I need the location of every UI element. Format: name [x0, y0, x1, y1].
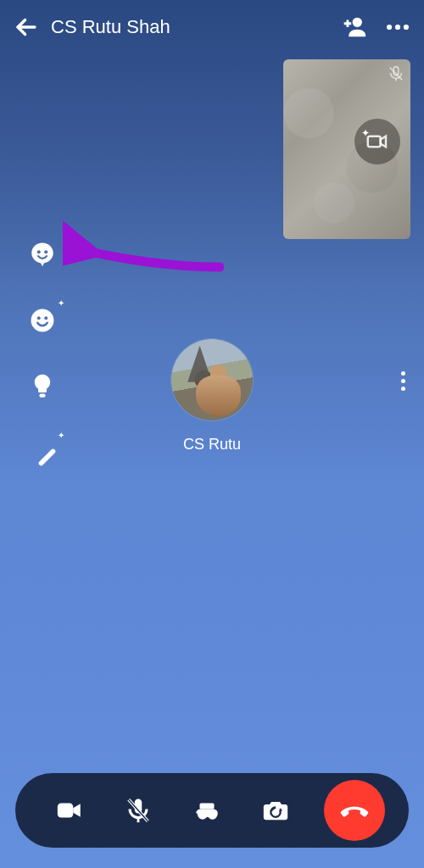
- svg-point-8: [44, 250, 47, 253]
- self-video-pip[interactable]: ✦: [283, 59, 410, 239]
- more-menu-button[interactable]: [383, 13, 412, 42]
- svg-point-11: [44, 316, 47, 320]
- mic-off-icon: [124, 796, 153, 825]
- more-horizontal-icon: [383, 13, 412, 42]
- svg-point-10: [37, 316, 41, 320]
- video-icon: [55, 796, 84, 825]
- sparkle-icon: ✦: [361, 127, 370, 139]
- annotation-arrow: [63, 220, 224, 280]
- pip-camera-effects-button[interactable]: ✦: [354, 119, 400, 164]
- reaction-button[interactable]: ✦: [25, 303, 59, 337]
- gamepad-icon: [192, 796, 221, 825]
- add-person-icon: [339, 13, 368, 42]
- games-button[interactable]: [187, 790, 227, 831]
- svg-rect-6: [368, 136, 381, 147]
- svg-rect-13: [37, 448, 56, 466]
- avatar-face-icon: [28, 240, 57, 269]
- svg-line-5: [390, 68, 403, 81]
- participant-options-button[interactable]: [401, 371, 405, 391]
- lighting-button[interactable]: [25, 370, 59, 403]
- lightbulb-icon: [28, 372, 57, 401]
- svg-rect-12: [39, 394, 45, 398]
- smiley-icon: [28, 306, 57, 335]
- back-button[interactable]: [12, 13, 41, 42]
- avatar-effect-button[interactable]: [25, 237, 59, 271]
- svg-rect-16: [137, 818, 140, 823]
- video-call-screen: CS Rutu Shah ✦: [0, 0, 424, 868]
- more-vertical-icon: [401, 371, 405, 376]
- svg-point-1: [387, 25, 392, 30]
- participant-avatar[interactable]: [171, 339, 253, 420]
- add-person-button[interactable]: [339, 13, 368, 42]
- call-controls-bar: [15, 773, 409, 848]
- sparkles-icon: ✦: [58, 431, 64, 440]
- flip-camera-icon: [261, 796, 290, 825]
- header-bar: CS Rutu Shah: [0, 0, 424, 54]
- sparkles-icon: ✦: [58, 298, 64, 308]
- arrow-left-icon: [12, 13, 41, 42]
- svg-point-3: [404, 25, 409, 30]
- end-call-button[interactable]: [324, 780, 385, 841]
- svg-rect-4: [393, 67, 399, 75]
- video-camera-icon: [365, 129, 390, 154]
- svg-rect-19: [199, 804, 214, 810]
- pip-mic-muted-icon: [387, 64, 405, 83]
- magic-wand-icon: [28, 438, 57, 467]
- participant-name: CS Rutu: [183, 436, 241, 453]
- svg-point-9: [31, 309, 54, 332]
- flip-camera-button[interactable]: [255, 790, 296, 831]
- call-title: CS Rutu Shah: [51, 16, 339, 38]
- mic-toggle-button[interactable]: [118, 790, 159, 831]
- svg-point-7: [37, 250, 41, 253]
- touchup-button[interactable]: ✦: [25, 436, 59, 470]
- video-toggle-button[interactable]: [49, 790, 90, 831]
- phone-hangup-icon: [339, 795, 370, 826]
- effects-toolbar: ✦ ✦: [25, 237, 59, 470]
- svg-point-0: [353, 18, 362, 27]
- svg-rect-14: [58, 804, 73, 818]
- svg-point-2: [395, 25, 400, 30]
- participant-tile: CS Rutu: [171, 339, 253, 453]
